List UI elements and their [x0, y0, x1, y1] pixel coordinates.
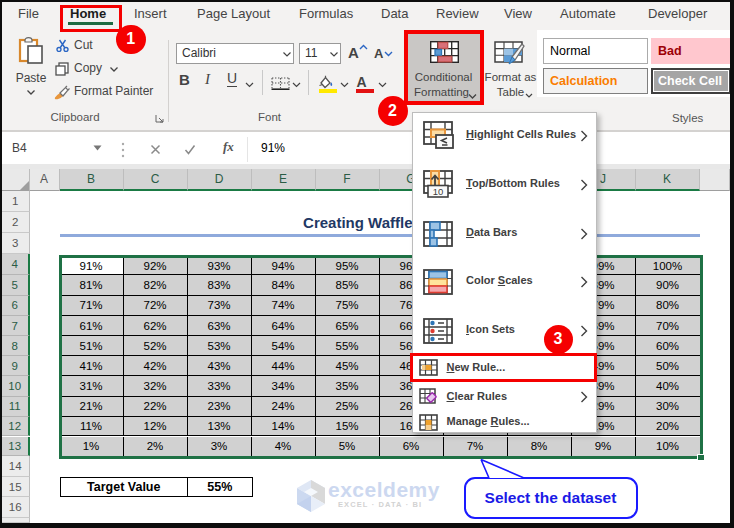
svg-text:10: 10 — [433, 186, 444, 197]
